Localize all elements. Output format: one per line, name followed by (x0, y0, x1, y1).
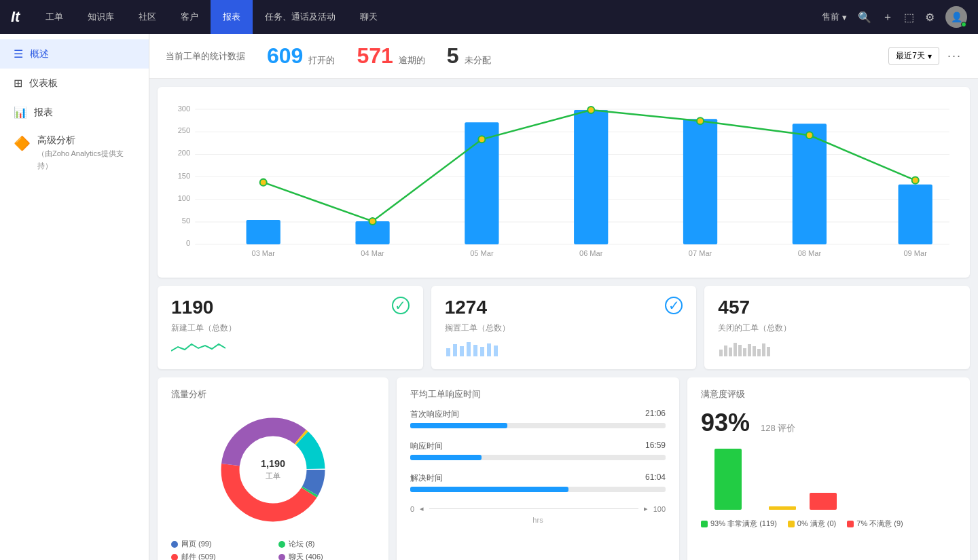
advanced-icon: 🔶 (14, 135, 31, 151)
rt-row-first: 首次响应时间 21:06 (410, 409, 666, 428)
rt-first-bar (410, 423, 507, 428)
summary-card-closed-top: 457 (718, 297, 956, 318)
summary-new-icon: ✓ (392, 297, 410, 314)
stat-overdue: 571 逾期的 (357, 43, 424, 69)
stat-open-tag: 打开的 (308, 54, 335, 67)
legend-email-dot (171, 554, 178, 560)
stat-unassigned-tag: 未分配 (465, 54, 491, 67)
svg-rect-53 (767, 347, 770, 356)
sat-dissatisfied-label: 7% 不满意 (9) (856, 519, 903, 529)
summary-new-num: 1190 (171, 297, 213, 318)
rt-row-resolve: 解决时间 61:04 (410, 472, 666, 492)
svg-text:工单: 工单 (266, 472, 280, 480)
pre-sales-label: 售前 (822, 11, 839, 23)
rt-response-value: 16:59 (645, 441, 666, 452)
nav-item-chat[interactable]: 聊天 (348, 0, 390, 34)
plus-icon[interactable]: ＋ (882, 10, 893, 24)
sidebar-item-dashboard[interactable]: ⊞ 仪表板 (0, 69, 149, 98)
svg-point-26 (806, 132, 813, 138)
chevron-down-icon: ▾ (842, 12, 847, 22)
legend-email-label: 邮件 (509) (181, 552, 216, 560)
avatar[interactable]: 👤 (945, 6, 967, 28)
svg-text:09 Mar: 09 Mar (903, 249, 927, 257)
donut-chart-container: 1,190 工单 (171, 409, 375, 531)
summary-closed-sparkline (718, 338, 956, 358)
content-area: 当前工单的统计数据 609 打开的 571 逾期的 5 未分配 最近7天 ▾ ·… (149, 34, 978, 560)
rt-resolve-bar (410, 487, 568, 492)
nav-item-community[interactable]: 社区 (126, 0, 168, 34)
app-logo: It (11, 8, 20, 26)
nav-item-tickets[interactable]: 工单 (33, 0, 75, 34)
svg-text:06 Mar: 06 Mar (579, 249, 603, 257)
svg-rect-41 (487, 343, 491, 356)
svg-text:50: 50 (182, 217, 190, 225)
svg-text:05 Mar: 05 Mar (470, 249, 494, 257)
top-nav: It 工单 知识库 社区 客户 报表 任务、通话及活动 聊天 售前 ▾ 🔍 ＋ … (0, 0, 978, 34)
satisfaction-card: 满意度评级 93% 128 评价 (687, 377, 970, 560)
svg-point-22 (369, 218, 376, 225)
legend-email: 邮件 (509) (171, 552, 268, 560)
legend-chat-dot (278, 554, 285, 560)
svg-point-24 (587, 107, 594, 113)
sidebar-item-reports[interactable]: 📊 报表 (0, 98, 149, 127)
summary-card-onhold: 1274 ✓ 搁置工单（总数） (431, 286, 697, 369)
summary-onhold-label: 搁置工单（总数） (445, 322, 683, 334)
sat-legend-very-satisfied: 93% 非常满意 (119) (701, 519, 777, 529)
svg-point-23 (478, 136, 485, 143)
nav-items: 工单 知识库 社区 客户 报表 任务、通话及活动 聊天 (33, 0, 822, 34)
svg-rect-62 (714, 449, 742, 510)
svg-rect-52 (762, 343, 765, 356)
svg-rect-64 (810, 493, 837, 510)
pre-sales-button[interactable]: 售前 ▾ (822, 11, 847, 23)
svg-text:0: 0 (186, 239, 190, 247)
svg-text:04 Mar: 04 Mar (361, 249, 384, 257)
svg-rect-48 (743, 348, 746, 356)
nav-item-knowledge[interactable]: 知识库 (75, 0, 126, 34)
rt-response-header: 响应时间 16:59 (410, 441, 666, 452)
rt-resolve-bar-bg (410, 487, 666, 492)
sat-very-satisfied-dot (701, 521, 708, 527)
legend-web-label: 网页 (99) (181, 539, 212, 549)
period-selector-button[interactable]: 最近7天 ▾ (888, 47, 939, 65)
svg-text:100: 100 (178, 194, 190, 202)
search-icon[interactable]: 🔍 (858, 11, 871, 24)
summary-card-closed: 457 关闭的工单（总数） (704, 286, 970, 369)
svg-rect-47 (738, 345, 742, 356)
svg-rect-43 (719, 350, 723, 356)
svg-text:300: 300 (178, 105, 190, 113)
external-link-icon[interactable]: ⬚ (904, 11, 914, 24)
nav-item-tasks[interactable]: 任务、通话及活动 (253, 0, 348, 34)
rt-resolve-header: 解决时间 61:04 (410, 472, 666, 484)
svg-text:150: 150 (178, 172, 190, 180)
more-options-button[interactable]: ··· (947, 49, 962, 63)
period-chevron-icon: ▾ (928, 52, 932, 61)
main-layout: ☰ 概述 ⊞ 仪表板 📊 报表 🔶 高级分析 （由Zoho Analytics提… (0, 34, 978, 560)
satisfaction-chart (701, 445, 956, 513)
nav-item-reports[interactable]: 报表 (211, 0, 253, 34)
settings-icon[interactable]: ⚙ (925, 11, 935, 24)
overview-header: 当前工单的统计数据 609 打开的 571 逾期的 5 未分配 最近7天 ▾ ·… (149, 34, 978, 79)
sat-very-satisfied-label: 93% 非常满意 (119) (710, 519, 777, 529)
rt-response-bar (410, 455, 482, 460)
response-title: 平均工单响应时间 (410, 388, 666, 400)
stat-open: 609 打开的 (267, 43, 335, 69)
nav-item-customers[interactable]: 客户 (168, 0, 211, 34)
chart-section: 300 250 200 150 100 50 0 (158, 87, 970, 278)
legend-chat-label: 聊天 (406) (289, 552, 323, 560)
summary-onhold-icon: ✓ (665, 297, 683, 314)
svg-rect-40 (480, 347, 484, 356)
svg-rect-20 (899, 185, 932, 244)
svg-rect-42 (494, 346, 498, 356)
rt-axis: 0 ◂ ▸ 100 (410, 504, 666, 513)
summary-closed-num: 457 (718, 297, 750, 318)
overview-header-label: 当前工单的统计数据 (166, 50, 245, 62)
legend-web-dot (171, 541, 178, 548)
traffic-card: 流量分析 1,190 (158, 377, 388, 560)
svg-rect-39 (473, 345, 477, 356)
svg-rect-17 (574, 110, 608, 244)
svg-text:1,190: 1,190 (261, 459, 285, 470)
sidebar-item-overview[interactable]: ☰ 概述 (0, 39, 149, 69)
reports-icon: 📊 (14, 106, 27, 119)
main-chart: 300 250 200 150 100 50 0 (171, 98, 956, 261)
sidebar-item-advanced[interactable]: 🔶 高级分析 （由Zoho Analytics提供支持） (0, 127, 149, 178)
